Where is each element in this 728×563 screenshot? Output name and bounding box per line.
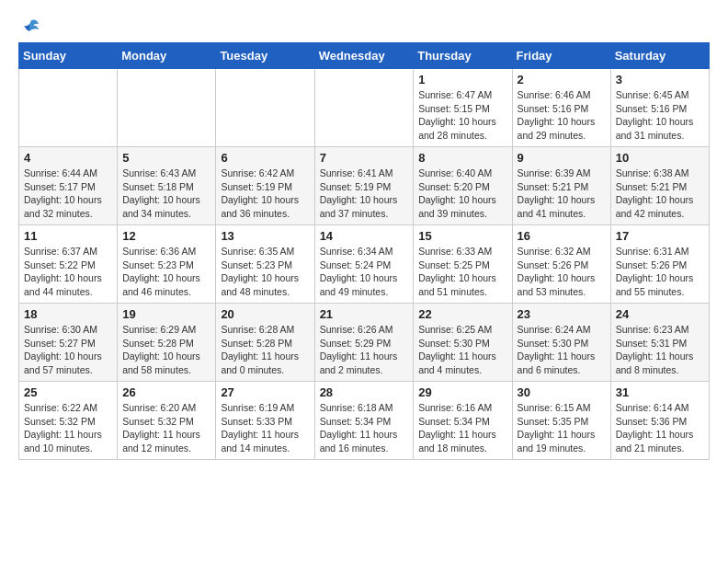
day-info: Sunrise: 6:36 AMSunset: 5:23 PMDaylight:… (122, 245, 210, 299)
calendar-cell: 31Sunrise: 6:14 AMSunset: 5:36 PMDayligh… (610, 382, 709, 460)
day-info: Sunrise: 6:28 AMSunset: 5:28 PMDaylight:… (221, 323, 309, 377)
calendar-cell: 26Sunrise: 6:20 AMSunset: 5:32 PMDayligh… (118, 382, 216, 460)
calendar-cell: 12Sunrise: 6:36 AMSunset: 5:23 PMDayligh… (118, 225, 216, 304)
day-number: 1 (418, 73, 506, 86)
day-number: 30 (518, 385, 606, 399)
calendar-cell: 5Sunrise: 6:43 AMSunset: 5:18 PMDaylight… (118, 147, 216, 225)
calendar-header-thursday: Thursday (414, 43, 512, 69)
day-info: Sunrise: 6:37 AMSunset: 5:22 PMDaylight:… (24, 245, 112, 299)
day-number: 24 (616, 307, 704, 321)
day-number: 4 (24, 151, 112, 165)
logo-bird-icon (20, 18, 40, 37)
day-number: 11 (24, 229, 112, 243)
calendar-cell (19, 69, 118, 147)
calendar-header-sunday: Sunday (19, 43, 118, 69)
day-number: 17 (616, 229, 704, 243)
day-number: 7 (320, 151, 409, 165)
day-number: 22 (418, 307, 506, 321)
day-info: Sunrise: 6:25 AMSunset: 5:30 PMDaylight:… (418, 323, 506, 377)
logo (18, 18, 40, 33)
calendar-header-monday: Monday (118, 43, 216, 69)
day-number: 20 (221, 307, 309, 321)
calendar-cell: 13Sunrise: 6:35 AMSunset: 5:23 PMDayligh… (216, 225, 314, 304)
day-info: Sunrise: 6:35 AMSunset: 5:23 PMDaylight:… (221, 245, 309, 299)
calendar-cell: 19Sunrise: 6:29 AMSunset: 5:28 PMDayligh… (118, 304, 216, 382)
day-info: Sunrise: 6:42 AMSunset: 5:19 PMDaylight:… (221, 167, 309, 221)
calendar-cell: 14Sunrise: 6:34 AMSunset: 5:24 PMDayligh… (314, 225, 414, 304)
calendar-cell: 9Sunrise: 6:39 AMSunset: 5:21 PMDaylight… (512, 147, 610, 225)
calendar-header-tuesday: Tuesday (216, 43, 314, 69)
calendar-cell: 11Sunrise: 6:37 AMSunset: 5:22 PMDayligh… (19, 225, 118, 304)
calendar-header-wednesday: Wednesday (314, 43, 414, 69)
calendar-cell: 24Sunrise: 6:23 AMSunset: 5:31 PMDayligh… (610, 304, 709, 382)
day-info: Sunrise: 6:18 AMSunset: 5:34 PMDaylight:… (320, 401, 409, 455)
day-number: 12 (122, 229, 210, 243)
day-number: 14 (320, 229, 409, 243)
calendar-cell: 3Sunrise: 6:45 AMSunset: 5:16 PMDaylight… (610, 69, 709, 147)
calendar-cell: 10Sunrise: 6:38 AMSunset: 5:21 PMDayligh… (610, 147, 709, 225)
day-info: Sunrise: 6:14 AMSunset: 5:36 PMDaylight:… (616, 401, 704, 455)
calendar-cell: 21Sunrise: 6:26 AMSunset: 5:29 PMDayligh… (314, 304, 414, 382)
day-info: Sunrise: 6:24 AMSunset: 5:30 PMDaylight:… (518, 323, 606, 377)
day-number: 6 (221, 151, 309, 165)
day-info: Sunrise: 6:44 AMSunset: 5:17 PMDaylight:… (24, 167, 112, 221)
calendar-cell: 6Sunrise: 6:42 AMSunset: 5:19 PMDaylight… (216, 147, 314, 225)
day-number: 21 (320, 307, 409, 321)
day-number: 18 (24, 307, 112, 321)
day-number: 8 (418, 151, 506, 165)
calendar-cell (216, 69, 314, 147)
day-info: Sunrise: 6:29 AMSunset: 5:28 PMDaylight:… (122, 323, 210, 377)
day-info: Sunrise: 6:15 AMSunset: 5:35 PMDaylight:… (518, 401, 606, 455)
day-number: 13 (221, 229, 309, 243)
calendar-cell: 17Sunrise: 6:31 AMSunset: 5:26 PMDayligh… (610, 225, 709, 304)
day-info: Sunrise: 6:31 AMSunset: 5:26 PMDaylight:… (616, 245, 704, 299)
day-info: Sunrise: 6:19 AMSunset: 5:33 PMDaylight:… (221, 401, 309, 455)
calendar-cell: 18Sunrise: 6:30 AMSunset: 5:27 PMDayligh… (19, 304, 118, 382)
day-number: 31 (616, 385, 704, 399)
day-number: 3 (616, 73, 704, 86)
day-number: 10 (616, 151, 704, 165)
calendar-week-row: 25Sunrise: 6:22 AMSunset: 5:32 PMDayligh… (19, 382, 710, 460)
day-info: Sunrise: 6:34 AMSunset: 5:24 PMDaylight:… (320, 245, 409, 299)
calendar-week-row: 11Sunrise: 6:37 AMSunset: 5:22 PMDayligh… (19, 225, 710, 304)
day-number: 29 (418, 385, 506, 399)
day-number: 25 (24, 385, 112, 399)
calendar-cell: 29Sunrise: 6:16 AMSunset: 5:34 PMDayligh… (414, 382, 512, 460)
calendar-cell: 22Sunrise: 6:25 AMSunset: 5:30 PMDayligh… (414, 304, 512, 382)
calendar-cell: 30Sunrise: 6:15 AMSunset: 5:35 PMDayligh… (512, 382, 610, 460)
calendar-cell: 25Sunrise: 6:22 AMSunset: 5:32 PMDayligh… (19, 382, 118, 460)
day-number: 28 (320, 385, 409, 399)
day-info: Sunrise: 6:32 AMSunset: 5:26 PMDaylight:… (518, 245, 606, 299)
day-info: Sunrise: 6:38 AMSunset: 5:21 PMDaylight:… (616, 167, 704, 221)
day-info: Sunrise: 6:23 AMSunset: 5:31 PMDaylight:… (616, 323, 704, 377)
day-number: 16 (518, 229, 606, 243)
day-info: Sunrise: 6:22 AMSunset: 5:32 PMDaylight:… (24, 401, 112, 455)
calendar-cell: 23Sunrise: 6:24 AMSunset: 5:30 PMDayligh… (512, 304, 610, 382)
day-number: 27 (221, 385, 309, 399)
calendar-cell: 7Sunrise: 6:41 AMSunset: 5:19 PMDaylight… (314, 147, 414, 225)
calendar-header-row: SundayMondayTuesdayWednesdayThursdayFrid… (19, 43, 710, 69)
calendar-cell: 4Sunrise: 6:44 AMSunset: 5:17 PMDaylight… (19, 147, 118, 225)
page-header (18, 18, 710, 33)
day-number: 23 (518, 307, 606, 321)
day-info: Sunrise: 6:40 AMSunset: 5:20 PMDaylight:… (418, 167, 506, 221)
day-info: Sunrise: 6:41 AMSunset: 5:19 PMDaylight:… (320, 167, 409, 221)
day-number: 9 (518, 151, 606, 165)
day-info: Sunrise: 6:26 AMSunset: 5:29 PMDaylight:… (320, 323, 409, 377)
calendar-table: SundayMondayTuesdayWednesdayThursdayFrid… (18, 42, 710, 460)
day-number: 15 (418, 229, 506, 243)
calendar-cell: 8Sunrise: 6:40 AMSunset: 5:20 PMDaylight… (414, 147, 512, 225)
day-info: Sunrise: 6:33 AMSunset: 5:25 PMDaylight:… (418, 245, 506, 299)
day-number: 26 (122, 385, 210, 399)
calendar-cell: 2Sunrise: 6:46 AMSunset: 5:16 PMDaylight… (512, 69, 610, 147)
day-number: 5 (122, 151, 210, 165)
day-info: Sunrise: 6:47 AMSunset: 5:15 PMDaylight:… (418, 88, 506, 143)
calendar-cell: 20Sunrise: 6:28 AMSunset: 5:28 PMDayligh… (216, 304, 314, 382)
day-info: Sunrise: 6:16 AMSunset: 5:34 PMDaylight:… (418, 401, 506, 455)
day-info: Sunrise: 6:43 AMSunset: 5:18 PMDaylight:… (122, 167, 210, 221)
day-info: Sunrise: 6:30 AMSunset: 5:27 PMDaylight:… (24, 323, 112, 377)
calendar-header-saturday: Saturday (610, 43, 709, 69)
calendar-cell: 28Sunrise: 6:18 AMSunset: 5:34 PMDayligh… (314, 382, 414, 460)
day-number: 19 (122, 307, 210, 321)
day-info: Sunrise: 6:20 AMSunset: 5:32 PMDaylight:… (122, 401, 210, 455)
